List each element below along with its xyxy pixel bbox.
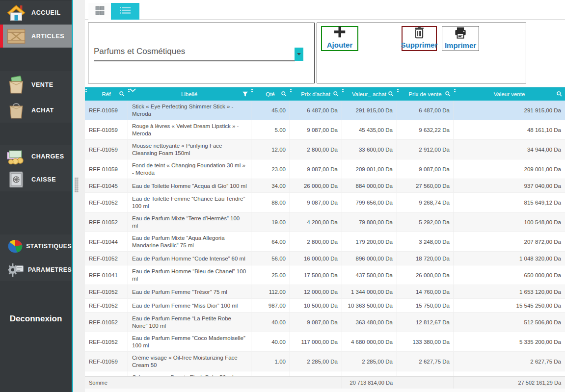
summary-spacer [397,377,454,389]
cell-prix-achat: 2 800,00 Da [290,140,342,159]
table-row[interactable]: REF-01041 Eau de Parfum Homme “Bleu de C… [85,265,565,285]
table-row[interactable]: REF-01059 Fond de teint « Changing Found… [85,159,565,179]
cell-valeur-vente: 1 048 320,00 Da [454,252,565,265]
sidebar-item-label: CAISSE [31,176,56,183]
cell-valeur-achat: 33 600,00 Da [342,140,397,159]
delete-button[interactable]: Supprimer [402,26,437,51]
cell-prix-achat: 2 800,00 Da [290,232,342,251]
table-row[interactable]: REF-01059 Mousse nettoyante « Purifying … [85,140,565,159]
column-resize-grip[interactable] [85,89,87,93]
add-button[interactable]: Ajouter [321,26,358,51]
column-header-label: Libellé [181,91,197,97]
main-content: Parfums et Cosmétiques Ajouter [85,0,565,392]
summary-label: Somme [85,380,342,386]
column-header-label: Réf [102,91,111,97]
category-dropdown[interactable]: Parfums et Cosmétiques [94,47,295,61]
cell-libelle: Eau de Toilette Homme “Acqua di Gio” 100… [128,179,251,192]
cell-valeur-vente: 815 649,12 Da [454,193,565,212]
gear-icon [6,261,26,278]
table-row[interactable]: REF-01044 Eau de Parfum Mixte “Aqua Alle… [85,232,565,252]
table-row[interactable]: REF-01059 Stick « Eye Perfecting Shimmer… [85,101,565,120]
column-resize-grip[interactable] [454,89,456,93]
sidebar-item-label: STATISTIQUES [26,243,72,250]
sidebar-item-charges[interactable]: CHARGES [0,145,72,168]
cell-valeur-achat: 209 001,00 Da [342,159,397,179]
view-tabbar [85,3,565,20]
column-header-libelle[interactable]: Libellé [128,87,251,101]
table-row[interactable]: REF-01059 Rouge à lèvres « Velvet Dream … [85,120,565,140]
table-row[interactable]: REF-01052 Eau de Parfum Homme “Code Inte… [85,252,565,265]
cell-libelle: Fond de teint « Changing Foundation 30 m… [128,159,251,179]
cell-libelle: Stick « Eye Perfecting Shimmer Stick » -… [128,101,251,120]
cell-valeur-achat: 79 800,00 Da [342,212,397,232]
summary-valeur-vente: 27 502 161,29 Da [454,377,565,389]
cell-valeur-vente: 209 001,00 Da [454,159,565,179]
splitter-grip[interactable] [75,178,79,192]
cell-libelle: Eau de Parfum Femme “La Petite Robe Noir… [128,313,251,332]
table-body: REF-01059 Stick « Eye Perfecting Shimmer… [85,101,565,376]
column-header-valeur-vente[interactable]: Valeur vente [454,87,565,101]
search-icon[interactable] [281,91,287,98]
cell-prix-vente: 14 760,00 Da [397,285,454,298]
search-icon[interactable] [556,91,563,98]
column-resize-grip[interactable] [290,89,292,93]
column-resize-grip[interactable] [397,89,399,93]
table-row[interactable]: REF-01052 Eau de Parfum Femme “Coco Made… [85,332,565,352]
filter-icon[interactable] [242,91,248,98]
tab-grid-view[interactable] [88,3,111,20]
money-icon [6,148,27,165]
cell-qte: 56.00 [251,252,290,265]
cell-libelle: Eau de Parfum Homme “Code Intense” 60 ml [128,252,251,265]
dropdown-button[interactable] [295,48,303,61]
cell-prix-achat: 10 500,00 Da [290,299,342,312]
cell-valeur-vente: 512 506,80 Da [454,313,565,332]
sidebar-item-statistiques[interactable]: STATISTIQUES [0,235,72,258]
table-row[interactable]: REF-01052 Eau de Parfum Mixte “Terre d’H… [85,212,565,232]
cell-ref: REF-01052 [85,252,128,265]
table-row[interactable]: REF-01059 Crème visage « Oil-free Moistu… [85,352,565,371]
column-header-valeur-achat[interactable]: Valeur_ achat [342,87,397,101]
table-row[interactable]: REF-01045 Eau de Toilette Homme “Acqua d… [85,179,565,193]
cell-ref: REF-01052 [85,193,128,212]
search-icon[interactable] [119,91,125,98]
column-header-ref[interactable]: Réf [85,87,128,101]
sidebar-content-gap [73,0,85,392]
search-icon[interactable] [445,91,451,98]
table-row[interactable]: REF-01059 Crème corps « Beauty Flash Bal… [85,371,565,376]
cell-prix-vente: 133 380,00 Da [397,332,454,351]
sidebar-item-caisse[interactable]: CAISSE [0,168,72,191]
column-header-prix-vente[interactable]: Prix de vente [397,87,454,101]
logout-button[interactable]: Deconnexion [0,312,72,326]
cell-ref: REF-01045 [85,179,128,192]
column-resize-grip[interactable] [342,89,344,93]
tab-list-view[interactable] [111,3,139,20]
cell-valeur-vente: 1 653 120,00 Da [454,285,565,298]
table-row[interactable]: REF-01052 Eau de Parfum Femme “La Petite… [85,313,565,332]
table-row[interactable]: REF-01052 Eau de Toilette Femme “Chance … [85,193,565,212]
search-icon[interactable] [333,91,339,98]
sidebar-item-achat[interactable]: ACHAT [0,98,72,123]
cell-valeur-vente: 100 548,00 Da [454,212,565,232]
column-header-prix-achat[interactable]: Prix d'achat [290,87,342,101]
print-button[interactable]: Imprimer [442,26,479,51]
dropdown-underline [94,60,295,61]
cell-prix-vente: 27 560,00 Da [397,179,454,192]
summary-valeur-achat: 20 713 814,00 Da [342,377,397,389]
sidebar-item-parametres[interactable]: PARAMETRES [0,258,72,281]
column-resize-grip[interactable] [251,89,253,93]
column-header-label: Prix d'achat [301,91,330,97]
sidebar-item-accueil[interactable]: ACCUEIL [0,1,72,25]
cell-libelle: Eau de Toilette Femme “Chance Eau Tendre… [128,193,251,212]
control-row: Parfums et Cosmétiques Ajouter [85,23,565,83]
sidebar-item-vente[interactable]: VENTE [0,71,72,98]
sidebar-item-label: CHARGES [31,153,64,160]
category-dropdown-value[interactable]: Parfums et Cosmétiques [94,47,295,60]
search-icon[interactable] [388,91,394,98]
cell-valeur-achat: 884 000,00 Da [342,179,397,192]
cell-valeur-achat: 896 000,00 Da [342,252,397,265]
sidebar-item-articles[interactable]: ARTICLES [0,25,72,48]
table-row[interactable]: REF-01052 Eau de Parfum Femme “Miss Dior… [85,299,565,313]
cell-prix-vente: 9 632,22 Da [397,120,454,139]
column-header-qte[interactable]: Qté [251,87,290,101]
table-row[interactable]: REF-01052 Eau de Parfum Femme “Trésor” 7… [85,285,565,299]
